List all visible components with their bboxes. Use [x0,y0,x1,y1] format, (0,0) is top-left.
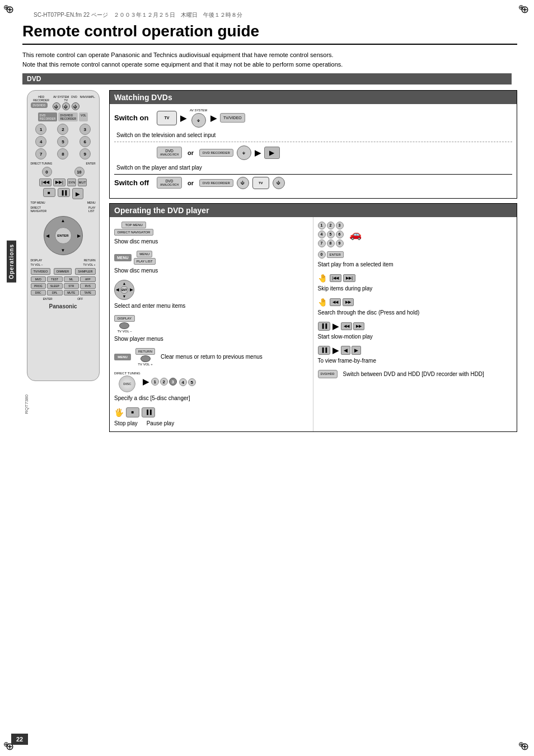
nav-enter-btn[interactable]: ▲ ▼ ◀ ▶ ENT [114,280,134,300]
num-1-sp[interactable]: 1 [318,222,326,229]
remote-tvvol-plus: TV VOL + [83,263,96,266]
tv-vol-plus-label: TV VOL + [138,363,152,366]
skip-prev-btn[interactable]: |◀◀ [330,274,342,282]
remote-ml-btn[interactable]: ML [64,276,79,282]
arrow-disc: ▶ [143,377,149,386]
tv-label-1: TV [165,116,170,120]
arrow-2: ▶ [210,114,217,123]
av-power-off: ⏻ [237,177,249,189]
return-circle[interactable] [140,355,151,362]
remote-nav-down[interactable]: ▼ [61,248,65,253]
hand-icon-skip: 🤚 [318,274,327,283]
remote-prev-btn[interactable]: |◀◀ [39,179,51,186]
stop-btn-op[interactable]: ■ [126,407,139,417]
remote-num-1[interactable]: 1 [35,124,46,135]
remote-muting-btn[interactable]: MUT [78,179,87,186]
display-btn[interactable]: DISPLAY [114,315,135,322]
remote-nav-up[interactable]: ▲ [61,218,65,223]
return-row: MENU RETURN TV VOL + Clear menus or retu… [114,348,308,366]
remote-next-btn[interactable]: ▶▶| [53,179,65,186]
dvd-btn-off: DVD ANALOG RCH [157,177,182,189]
num-2-sp[interactable]: 2 [327,222,335,229]
remote-num-2[interactable]: 2 [57,124,68,135]
remote-enter-btn[interactable]: ENTER [55,227,72,244]
enter-sp-btn[interactable]: ENTER [327,251,344,258]
remote-drc-btn[interactable]: DRC [31,290,46,295]
remote-dimmer-btn[interactable]: DIMMER [54,268,72,275]
menu-btn-2[interactable]: MENU [137,251,152,257]
menu-btn[interactable]: MENU [114,254,132,261]
remote-test-btn[interactable]: TEST [47,276,63,282]
remote-dvdhdd-btn[interactable]: DVD/HDD [31,102,48,108]
remote-num-3[interactable]: 3 [79,124,91,135]
display-btn-circle[interactable] [119,322,129,329]
remote-play-btn[interactable]: ▶ [72,188,83,199]
remote-pause-btn[interactable]: ▐▐ [58,188,70,197]
num-7-sp[interactable]: 7 [318,240,326,247]
disc-btn[interactable]: DISC [119,375,135,392]
remote-str-btn[interactable]: STR [64,283,79,289]
pause-frame-btn[interactable]: ▐▐ [318,346,330,355]
return-btn[interactable]: RETURN [135,348,155,355]
slow-ff-btn[interactable]: ▶▶ [353,322,364,330]
direct-nav-btn[interactable]: DIRECT NAVIGATOR [114,229,153,236]
remote-rvs-btn[interactable]: RVS [80,283,96,289]
disc-2-btn[interactable]: 2 [160,378,168,386]
remote-synchro-btn[interactable]: SYN [67,179,76,186]
remote-num-7[interactable]: 7 [35,148,46,159]
top-menu-btn[interactable]: TOP MENU [121,222,146,228]
num-3-sp[interactable]: 3 [336,222,344,229]
remote-power-av[interactable]: ⏻ [53,102,60,110]
remote-dvdrecorder-btn[interactable]: DVDRECORDER [38,112,58,121]
remote-prog-btn[interactable]: PROG [31,283,46,289]
remote-num-6[interactable]: 6 [79,136,91,147]
remote-mute-btn[interactable]: MUTE [64,290,79,295]
disc-1-btn[interactable]: 1 [151,378,159,386]
pause-btn-op[interactable]: ▐▐ [142,407,155,417]
disc-3-btn[interactable]: 3 [169,378,177,386]
remote-num-5[interactable]: 5 [57,136,68,147]
remote-nav-right[interactable]: ▶ [77,233,81,238]
num-9-sp[interactable]: 9 [336,240,344,247]
menu-btn-return[interactable]: MENU [114,354,131,360]
remote-stop-btn[interactable]: ■ [43,188,55,197]
remote-mvd-btn[interactable]: MVD [31,276,46,282]
playlist-btn[interactable]: PLAY LIST [134,258,156,265]
num-0-sp[interactable]: 0 [318,251,326,259]
remote-num-4[interactable]: 4 [35,136,46,147]
ff-btn[interactable]: ▶▶ [343,298,354,306]
remote-tvvideo-btn[interactable]: TV/VIDEO [31,268,51,275]
remote-sleep-btn[interactable]: SLEEP [47,283,63,289]
num-4-sp[interactable]: 4 [318,231,326,238]
dvd-label-1: DVD [160,149,179,153]
pause-play-caption: Pause play [147,420,174,427]
num-6-sp[interactable]: 6 [336,231,344,238]
pause-slow-btn[interactable]: ▐▐ [318,322,330,331]
frame-prev-btn[interactable]: ◀ [341,346,350,355]
page-number: 22 [11,734,28,745]
remote-afp-btn[interactable]: AFP [80,276,96,282]
remote-num-9[interactable]: 9 [79,148,91,159]
disc-5-btn[interactable]: 5 [188,378,196,386]
operating-dvd-header: Operating the DVD player [110,204,517,217]
rew-btn[interactable]: ◀◀ [330,298,341,306]
disc-4-btn[interactable]: 4 [179,378,187,386]
remote-num-0[interactable]: 0 [42,167,52,177]
remote-dpl-btn[interactable]: DPL [47,290,63,295]
num-8-sp[interactable]: 8 [327,240,335,247]
dvd-hdd-btn[interactable]: DVD/HDD [318,370,338,378]
remote-power-tv[interactable]: ⏻ [72,102,79,110]
skip-items-block: 🤚 |◀◀ ▶▶| Skip items during play [318,274,513,292]
skip-next-btn[interactable]: ▶▶| [343,274,355,282]
slow-rew-btn[interactable]: ◀◀ [341,322,352,330]
frame-next-btn[interactable]: ▶ [352,346,361,355]
remote-dvdhdd2-btn[interactable]: DVD/HDDRECORDER [58,112,78,121]
remote-sampler-btn[interactable]: SAMPLER [75,268,95,275]
remote-tape-btn[interactable]: TAPE [80,290,96,295]
remote-num-8[interactable]: 8 [57,148,68,159]
remote-nav-left[interactable]: ◀ [46,233,49,238]
remote-num-10[interactable]: 10 [74,167,85,177]
remote-power-dvd[interactable]: ⏻ [62,102,70,110]
num-5-sp[interactable]: 5 [327,231,335,238]
search-caption: Search through the disc (Press and hold) [318,309,513,316]
